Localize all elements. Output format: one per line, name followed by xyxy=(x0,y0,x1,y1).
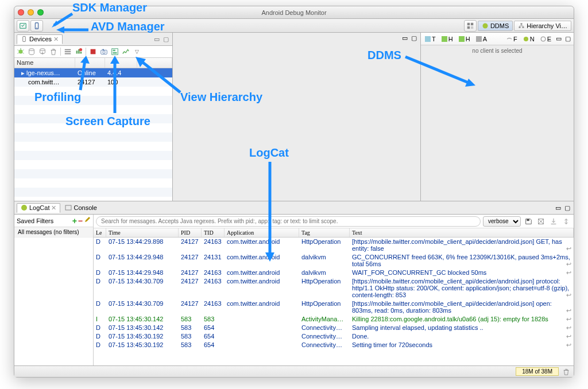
svg-rect-19 xyxy=(102,49,104,50)
col-name[interactable]: Name xyxy=(14,58,75,68)
svg-rect-4 xyxy=(471,22,473,25)
perspective-ddms-label: DDMS xyxy=(490,22,509,29)
stop-button[interactable] xyxy=(88,46,98,57)
minimize-pane-icon[interactable]: ▭ xyxy=(554,204,562,212)
alloc-icon xyxy=(459,36,465,42)
col-time[interactable]: Time xyxy=(106,228,179,237)
maximize-pane-icon[interactable]: ▢ xyxy=(162,35,170,43)
filter-all-messages[interactable]: All messages (no filters) xyxy=(14,227,93,238)
col-tag[interactable]: Tag xyxy=(299,228,350,237)
minimize-icon[interactable] xyxy=(28,9,34,15)
log-row[interactable]: D07-15 13:45:30.192583654Connectivity…Se… xyxy=(94,341,574,349)
edit-filter-button[interactable] xyxy=(84,216,91,223)
remove-filter-button[interactable]: − xyxy=(78,216,83,225)
perspective-hierarchy[interactable]: Hierarchy Vi… xyxy=(514,21,571,31)
gc-button[interactable] xyxy=(562,368,570,376)
log-row[interactable]: D07-15 13:45:30.142583654Connectivity…Sa… xyxy=(94,324,574,332)
svg-point-12 xyxy=(19,50,23,54)
grid-icon xyxy=(466,22,474,30)
log-row[interactable]: D07-15 13:44:29.9482412724131com.twitter… xyxy=(94,253,574,269)
profiling-button[interactable] xyxy=(74,46,84,57)
scroll-lock-button[interactable] xyxy=(561,216,571,227)
titlebar: Android Debug Monitor xyxy=(14,6,574,19)
threads-icon xyxy=(425,36,431,42)
log-row[interactable]: D07-15 13:44:29.9482412724163com.twitter… xyxy=(94,269,574,277)
tab-sysinfo[interactable]: E xyxy=(538,35,554,43)
svg-rect-9 xyxy=(519,26,521,28)
maximize-pane-icon[interactable]: ▢ xyxy=(563,204,571,212)
tab-network[interactable]: A xyxy=(474,35,489,43)
threads-update-button[interactable] xyxy=(63,46,73,57)
log-search-input[interactable] xyxy=(96,216,481,227)
wifi-icon xyxy=(506,36,512,42)
view-hierarchy-button[interactable] xyxy=(110,46,120,57)
maximize-pane-icon[interactable]: ▢ xyxy=(564,35,572,43)
col-tid[interactable]: TID xyxy=(202,228,225,237)
device-row[interactable]: ▸ lge-nexus…Online4.4.4 xyxy=(14,68,172,77)
filters-header: Saved Filters + − xyxy=(14,215,93,227)
tab-heap[interactable]: H xyxy=(439,35,455,43)
log-table-header: Le Time PID TID Application Tag Text xyxy=(94,228,574,238)
svg-rect-31 xyxy=(527,219,529,221)
avd-manager-button[interactable] xyxy=(30,20,43,32)
phone-icon xyxy=(21,36,28,42)
minimize-pane-icon[interactable]: ▭ xyxy=(555,35,563,43)
sdk-manager-button[interactable] xyxy=(17,20,29,32)
log-table[interactable]: Le Time PID TID Application Tag Text D07… xyxy=(94,228,574,365)
tab-devices[interactable]: Devices ✕ xyxy=(17,34,63,44)
export-log-button[interactable] xyxy=(548,216,559,227)
tab-file[interactable]: F xyxy=(504,35,520,43)
close-tab-icon[interactable]: ✕ xyxy=(53,36,59,43)
svg-point-13 xyxy=(29,49,34,51)
close-icon[interactable] xyxy=(18,9,24,15)
svg-rect-11 xyxy=(23,37,26,42)
col-text[interactable]: Text xyxy=(350,228,574,237)
heap-icon xyxy=(442,36,447,42)
svg-rect-8 xyxy=(521,23,523,24)
screen-capture-button[interactable] xyxy=(99,46,109,57)
tab-alloc[interactable]: H xyxy=(457,35,473,43)
systrace-button[interactable] xyxy=(121,46,131,57)
device-row[interactable]: com.twitt…24127100 xyxy=(14,77,172,87)
filters-label: Saved Filters xyxy=(17,217,53,224)
svg-point-18 xyxy=(103,51,105,53)
log-row[interactable]: I07-15 13:45:30.142583583ActivityMana…Ki… xyxy=(94,315,574,324)
open-perspective-button[interactable] xyxy=(464,20,477,32)
bug-icon xyxy=(17,48,25,56)
minimize-pane-icon[interactable]: ▭ xyxy=(401,34,409,42)
chart-icon xyxy=(122,48,130,56)
minimize-pane-icon[interactable]: ▭ xyxy=(153,35,161,43)
window-title: Android Debug Monitor xyxy=(14,9,574,16)
maximize-pane-icon[interactable]: ▢ xyxy=(410,34,418,42)
gc-button[interactable] xyxy=(48,46,59,57)
add-filter-button[interactable]: + xyxy=(72,216,77,225)
close-tab-icon[interactable]: ✕ xyxy=(51,204,56,212)
avd-manager-icon xyxy=(33,22,41,30)
col-app[interactable]: Application xyxy=(225,228,299,237)
ui-dump-icon xyxy=(111,48,119,56)
log-row[interactable]: D07-15 13:44:30.7092412724163com.twitter… xyxy=(94,277,574,299)
tab-console[interactable]: Console xyxy=(61,204,100,212)
dump-hprof-button[interactable] xyxy=(37,46,48,57)
threads-toolbar: T H H A F N E ▭ ▢ xyxy=(421,33,574,45)
log-row[interactable]: D07-15 13:44:29.8982412724163com.twitter… xyxy=(94,238,574,253)
menu-dropdown-button[interactable]: ▽ xyxy=(131,46,142,57)
clear-icon xyxy=(537,217,545,225)
debug-button[interactable] xyxy=(16,46,26,57)
tab-logcat[interactable]: LogCat ✕ xyxy=(17,203,60,213)
log-level-select[interactable]: verbose xyxy=(483,216,521,227)
memory-indicator[interactable]: 18M of 38M xyxy=(516,367,559,376)
filters-sidebar: Saved Filters + − All messages (no filte… xyxy=(14,215,94,365)
log-row[interactable]: D07-15 13:45:30.192583654Connectivity…Do… xyxy=(94,332,574,341)
tab-threads[interactable]: T xyxy=(423,35,438,43)
col-level[interactable]: Le xyxy=(94,228,106,237)
zoom-icon[interactable] xyxy=(37,9,44,15)
col-pid[interactable]: PID xyxy=(179,228,202,237)
log-row[interactable]: D07-15 13:44:30.7092412724163com.twitter… xyxy=(94,299,574,315)
perspective-ddms[interactable]: DDMS xyxy=(478,21,513,31)
save-log-button[interactable] xyxy=(523,216,533,227)
sdk-manager-icon xyxy=(19,22,27,30)
heap-update-button[interactable] xyxy=(26,46,37,57)
tab-emulator[interactable]: N xyxy=(521,35,537,43)
clear-log-button[interactable] xyxy=(536,216,546,227)
